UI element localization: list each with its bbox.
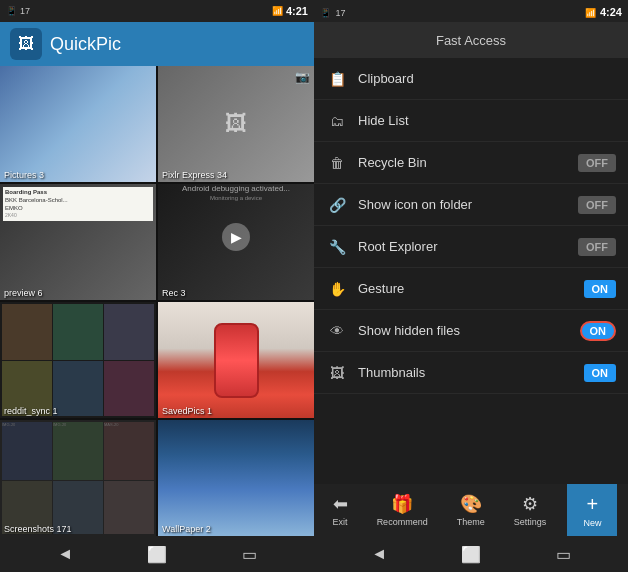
camera-icon: 📷	[295, 70, 310, 84]
recycle-bin-toggle[interactable]: OFF	[578, 154, 616, 172]
home-button-right[interactable]: ⬜	[461, 545, 481, 564]
theme-icon: 🎨	[460, 493, 482, 515]
left-status-right: 📶 4:21	[272, 5, 308, 17]
menu-item-thumbnails[interactable]: 🖼 Thumbnails ON	[314, 352, 628, 394]
reddit-cell-5	[53, 361, 103, 417]
menu-item-root-explorer[interactable]: 🔧 Root Explorer OFF	[314, 226, 628, 268]
thumbnails-toggle[interactable]: ON	[584, 364, 617, 382]
grid-item-screenshots[interactable]: IMG-20 IMG-20 MAS-20 Screenshots 171	[0, 420, 156, 536]
right-status-bar: 📱 17 📶 4:24	[314, 0, 628, 22]
back-button-left[interactable]: ◄	[57, 545, 73, 563]
right-battery-num: 17	[335, 8, 345, 18]
right-notif-icon: 📱	[320, 8, 331, 18]
gesture-icon: ✋	[326, 278, 348, 300]
fast-access-header: Fast Access	[314, 22, 628, 58]
wifi-icon: 📶	[272, 6, 283, 16]
grid-item-preview[interactable]: Boarding Pass BKK Barcelona-Schol... EMK…	[0, 184, 156, 300]
grid-label-pixlr: Pixlr Express 34	[162, 170, 227, 180]
thumbnails-label: Thumbnails	[358, 365, 574, 380]
show-hidden-label: Show hidden files	[358, 323, 570, 338]
exit-button[interactable]: ⬅ Exit	[325, 489, 356, 531]
recommend-label: Recommend	[377, 517, 428, 527]
settings-button[interactable]: ⚙ Settings	[506, 489, 555, 531]
show-icon-folder-icon: 🔗	[326, 194, 348, 216]
left-status-bar: 📱 17 📶 4:21	[0, 0, 314, 22]
clipboard-label: Clipboard	[358, 71, 616, 86]
phone-image	[158, 302, 314, 418]
new-icon: +	[587, 493, 599, 516]
left-time: 4:21	[286, 5, 308, 17]
ss-cell-3: MAS-20	[104, 422, 154, 480]
menu-item-recycle-bin[interactable]: 🗑 Recycle Bin OFF	[314, 142, 628, 184]
right-panel: 📱 17 📶 4:24 Fast Access 📋 Clipboard 🗂 Hi…	[314, 0, 628, 572]
left-bottom-nav: ◄ ⬜ ▭	[0, 536, 314, 572]
menu-list: 📋 Clipboard 🗂 Hide List 🗑 Recycle Bin OF…	[314, 58, 628, 484]
recommend-button[interactable]: 🎁 Recommend	[369, 489, 436, 531]
root-explorer-label: Root Explorer	[358, 239, 568, 254]
quickpic-logo: 🖼	[18, 35, 34, 53]
root-explorer-icon: 🔧	[326, 236, 348, 258]
ss-cell-2: IMG-20	[53, 422, 103, 480]
gesture-toggle[interactable]: ON	[584, 280, 617, 298]
reddit-cell-1	[2, 304, 52, 360]
show-icon-toggle[interactable]: OFF	[578, 196, 616, 214]
ss-cell-1: IMG-20	[2, 422, 52, 480]
recycle-bin-label: Recycle Bin	[358, 155, 568, 170]
left-panel: 📱 17 📶 4:21 🖼 QuickPic Pictures 3 🖼 📷 Pi…	[0, 0, 314, 572]
new-label: New	[583, 518, 601, 528]
menu-item-show-hidden[interactable]: 👁 Show hidden files ON	[314, 310, 628, 352]
left-status-icons: 📱 17	[6, 6, 30, 16]
grid-label-savedpics: SavedPics 1	[162, 406, 212, 416]
new-button[interactable]: + New	[567, 484, 617, 536]
menu-item-hide-list[interactable]: 🗂 Hide List	[314, 100, 628, 142]
right-status-icons: 📱 17	[320, 2, 345, 20]
root-explorer-toggle[interactable]: OFF	[578, 238, 616, 256]
clipboard-icon: 📋	[326, 68, 348, 90]
right-time: 4:24	[600, 6, 622, 18]
back-button-right[interactable]: ◄	[371, 545, 387, 563]
recents-button-right[interactable]: ▭	[556, 545, 571, 564]
grid-item-pixlr[interactable]: 🖼 📷 Pixlr Express 34	[158, 66, 314, 182]
grid-label-wallpaper: WallPaper 2	[162, 524, 211, 534]
exit-label: Exit	[333, 517, 348, 527]
show-icon-label: Show icon on folder	[358, 197, 568, 212]
menu-item-clipboard[interactable]: 📋 Clipboard	[314, 58, 628, 100]
app-header: 🖼 QuickPic	[0, 22, 314, 66]
grid-item-reddit[interactable]: reddit_sync 1	[0, 302, 156, 418]
home-button-left[interactable]: ⬜	[147, 545, 167, 564]
notification-icon: 📱	[6, 6, 17, 16]
recycle-bin-icon: 🗑	[326, 152, 348, 174]
grid-label-rec: Rec 3	[162, 288, 186, 298]
right-bottom-nav: ◄ ⬜ ▭	[314, 536, 628, 572]
grid-label-screenshots: Screenshots 171	[4, 524, 72, 534]
grid-item-savedpics[interactable]: SavedPics 1	[158, 302, 314, 418]
fast-access-title: Fast Access	[436, 33, 506, 48]
hide-list-label: Hide List	[358, 113, 616, 128]
show-hidden-icon: 👁	[326, 320, 348, 342]
grid-label-pictures: Pictures 3	[4, 170, 44, 180]
recents-button-left[interactable]: ▭	[242, 545, 257, 564]
settings-label: Settings	[514, 517, 547, 527]
exit-icon: ⬅	[333, 493, 348, 515]
battery-left: 17	[20, 6, 30, 16]
recommend-icon: 🎁	[391, 493, 413, 515]
grid-item-wallpaper[interactable]: WallPaper 2	[158, 420, 314, 536]
theme-button[interactable]: 🎨 Theme	[449, 489, 493, 531]
reddit-cell-6	[104, 361, 154, 417]
grid-label-preview: preview 6	[4, 288, 43, 298]
app-icon: 🖼	[10, 28, 42, 60]
settings-icon: ⚙	[522, 493, 538, 515]
right-status-right: 📶 4:24	[585, 2, 622, 20]
gesture-label: Gesture	[358, 281, 574, 296]
show-hidden-toggle[interactable]: ON	[580, 321, 617, 341]
grid-item-rec[interactable]: Android debugging activated... Monitorin…	[158, 184, 314, 300]
menu-item-show-icon[interactable]: 🔗 Show icon on folder OFF	[314, 184, 628, 226]
reddit-cell-3	[104, 304, 154, 360]
grid-item-pictures[interactable]: Pictures 3	[0, 66, 156, 182]
photo-grid: Pictures 3 🖼 📷 Pixlr Express 34 Boarding…	[0, 66, 314, 536]
ss-cell-6	[104, 481, 154, 534]
menu-item-gesture[interactable]: ✋ Gesture ON	[314, 268, 628, 310]
bottom-toolbar: ⬅ Exit 🎁 Recommend 🎨 Theme ⚙ Settings + …	[314, 484, 628, 536]
rec-play-button[interactable]: ▶	[222, 223, 250, 251]
theme-label: Theme	[457, 517, 485, 527]
